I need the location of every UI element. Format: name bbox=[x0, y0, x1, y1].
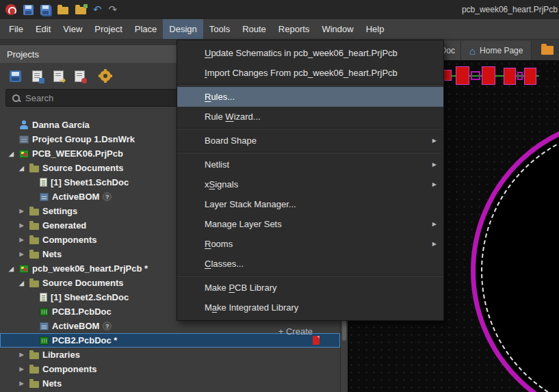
tree-item-label: PCB2.PcbDoc * bbox=[52, 335, 117, 345]
pad[interactable] bbox=[443, 70, 452, 81]
tree-item-label: Nets bbox=[42, 378, 62, 389]
folder-icon bbox=[29, 166, 39, 172]
menubar-item-place[interactable]: Place bbox=[129, 19, 164, 39]
title-bar-icons: ↶↷ bbox=[5, 4, 117, 15]
help-icon[interactable]: ? bbox=[103, 192, 112, 201]
pcb-doc-icon bbox=[40, 308, 49, 316]
tree-item-label: Settings bbox=[42, 206, 77, 216]
collapsed-arrow-icon[interactable]: ▶ bbox=[17, 352, 26, 358]
menubar-item-file[interactable]: File bbox=[3, 19, 29, 39]
pcb-doc-icon bbox=[40, 337, 49, 345]
expanded-arrow-icon[interactable]: ◢ bbox=[7, 151, 16, 157]
collapsed-arrow-icon[interactable]: ▶ bbox=[17, 366, 26, 372]
modified-doc-icon bbox=[313, 336, 320, 345]
menu-item-rooms[interactable]: Rooms▶ bbox=[177, 234, 443, 254]
pcb-project-icon bbox=[19, 265, 29, 273]
save-icon[interactable] bbox=[23, 5, 34, 15]
save-all-icon[interactable] bbox=[32, 70, 42, 82]
menu-item-layer-stack-manager[interactable]: Layer Stack Manager... bbox=[177, 194, 443, 214]
menubar-item-reports[interactable]: Reports bbox=[272, 19, 316, 39]
tree-item-libraries[interactable]: ▶Libraries bbox=[0, 348, 340, 362]
help-icon[interactable]: ? bbox=[103, 322, 112, 330]
undo-icon[interactable]: ↶ bbox=[93, 4, 102, 15]
menu-item-classes[interactable]: Classes... bbox=[177, 254, 443, 274]
refresh-icon[interactable] bbox=[75, 70, 85, 82]
board-outline-circle[interactable] bbox=[471, 116, 559, 392]
folder-icon bbox=[29, 237, 39, 244]
folder-icon bbox=[29, 352, 39, 359]
tree-item-label: ActiveBOM bbox=[52, 321, 99, 331]
panels-folder-icon[interactable] bbox=[541, 46, 554, 55]
folder-icon bbox=[29, 252, 39, 259]
menubar-item-help[interactable]: Help bbox=[360, 19, 391, 39]
menubar-item-view[interactable]: View bbox=[57, 19, 88, 39]
altium-logo-icon[interactable] bbox=[5, 4, 16, 15]
menu-item-label: Board Shape bbox=[205, 135, 257, 146]
compile-icon[interactable] bbox=[53, 70, 64, 82]
menu-separator bbox=[178, 84, 443, 86]
submenu-arrow-icon: ▶ bbox=[432, 221, 437, 227]
pad[interactable] bbox=[456, 66, 469, 85]
save-all-icon[interactable] bbox=[40, 5, 51, 15]
schematic-icon bbox=[40, 178, 47, 187]
collapsed-arrow-icon[interactable]: ▶ bbox=[17, 380, 26, 387]
collapsed-arrow-icon[interactable]: ▶ bbox=[17, 208, 26, 214]
menu-item-update-schematics-in-pcb-week06-heart-prjpcb[interactable]: Update Schematics in pcb_week06_heart.Pr… bbox=[177, 43, 443, 63]
home-icon: ⌂ bbox=[469, 46, 476, 56]
projects-panel-title: Projects bbox=[7, 49, 39, 60]
tree-item-label: Source Documents bbox=[42, 278, 123, 288]
footprint-outline[interactable] bbox=[517, 72, 523, 80]
menu-item-label: xSignals bbox=[205, 179, 238, 190]
tree-item-label: PCB1.PcbDoc bbox=[52, 306, 112, 317]
menu-item-label: Rooms bbox=[205, 239, 233, 249]
save-icon[interactable] bbox=[10, 70, 21, 82]
menu-item-board-shape[interactable]: Board Shape▶ bbox=[177, 131, 443, 151]
menu-item-label: Classes... bbox=[205, 259, 244, 269]
menu-item-rule-wizard[interactable]: Rule Wizard... bbox=[177, 107, 443, 127]
collapsed-arrow-icon[interactable]: ▶ bbox=[17, 237, 26, 243]
tab-home-page[interactable]: ⌂Home Page bbox=[461, 41, 532, 60]
folder-icon bbox=[29, 280, 39, 287]
pcb-project-icon bbox=[19, 150, 29, 158]
menu-item-make-pcb-library[interactable]: Make PCB Library bbox=[177, 278, 443, 298]
open-folder-icon[interactable] bbox=[57, 7, 68, 14]
expanded-arrow-icon[interactable]: ◢ bbox=[17, 280, 26, 287]
redo-icon[interactable]: ↷ bbox=[109, 4, 118, 15]
menubar-item-window[interactable]: Window bbox=[315, 19, 359, 39]
workspace-icon bbox=[19, 135, 29, 144]
menubar-item-project[interactable]: Project bbox=[88, 19, 128, 39]
tree-item-label: Libraries bbox=[42, 350, 80, 360]
submenu-arrow-icon: ▶ bbox=[432, 181, 437, 187]
menubar-item-edit[interactable]: Edit bbox=[29, 19, 57, 39]
menu-item-manage-layer-sets[interactable]: Manage Layer Sets▶ bbox=[177, 214, 443, 234]
menu-item-xsignals[interactable]: xSignals▶ bbox=[177, 174, 443, 194]
menu-item-netlist[interactable]: Netlist▶ bbox=[177, 155, 443, 174]
menubar-item-design[interactable]: Design bbox=[163, 19, 203, 39]
bom-icon bbox=[40, 322, 49, 330]
tree-item-nets[interactable]: ▶Nets bbox=[0, 376, 340, 391]
menu-item-rules[interactable]: Rules... bbox=[177, 87, 443, 107]
create-button[interactable]: + Create bbox=[278, 326, 313, 337]
tree-item-components[interactable]: ▶Components bbox=[0, 362, 340, 376]
settings-gear-icon[interactable] bbox=[100, 70, 111, 81]
menubar-item-route[interactable]: Route bbox=[236, 19, 272, 39]
bom-icon bbox=[40, 193, 49, 201]
menu-item-label: Rule Wizard... bbox=[205, 112, 261, 122]
tree-item-label: pcb_week06_heart.PrjPcb * bbox=[32, 263, 148, 274]
tree-item-label: Danna García bbox=[32, 120, 90, 130]
menu-item-make-integrated-library[interactable]: Make Integrated Library bbox=[177, 298, 443, 317]
pad[interactable] bbox=[504, 68, 516, 85]
expanded-arrow-icon[interactable]: ◢ bbox=[17, 165, 26, 172]
menu-separator bbox=[178, 152, 443, 153]
collapsed-arrow-icon[interactable]: ▶ bbox=[17, 222, 26, 228]
pad[interactable] bbox=[524, 68, 536, 85]
tree-item-label: PCB_WEEK06.PrjPcb bbox=[32, 148, 123, 159]
footprint-outline[interactable] bbox=[471, 71, 480, 80]
collapsed-arrow-icon[interactable]: ▶ bbox=[17, 251, 26, 257]
schematic-icon bbox=[40, 293, 47, 302]
menubar-item-tools[interactable]: Tools bbox=[203, 19, 236, 39]
open-project-icon[interactable] bbox=[75, 7, 86, 14]
expanded-arrow-icon[interactable]: ◢ bbox=[7, 265, 16, 272]
pad[interactable] bbox=[482, 66, 495, 85]
menu-item-import-changes-from-pcb-week06-heart-prjpcb[interactable]: Import Changes From pcb_week06_heart.Prj… bbox=[177, 63, 443, 83]
